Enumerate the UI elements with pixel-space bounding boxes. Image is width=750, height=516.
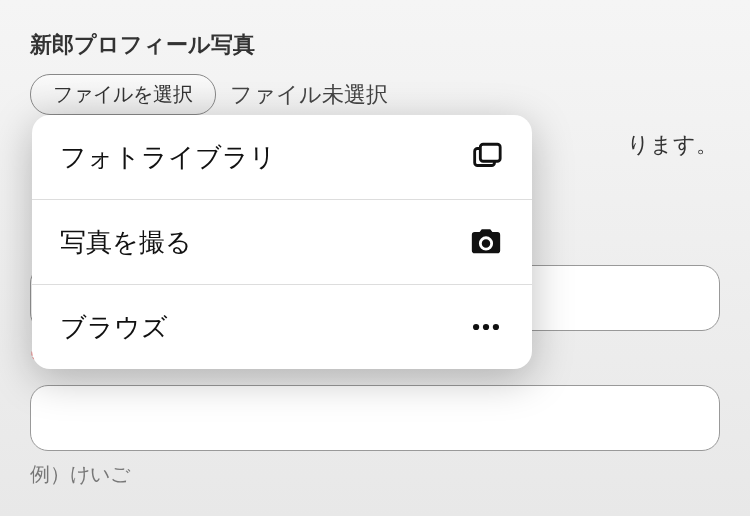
file-input-row: ファイルを選択 ファイル未選択 [30,74,720,115]
popup-item-label: 写真を撮る [60,225,192,260]
photo-field-label: 新郎プロフィール写真 [30,30,720,60]
svg-point-4 [493,324,499,330]
popup-item-label: フォトライブラリ [60,140,276,175]
popup-item-label: ブラウズ [60,310,168,345]
example-hint: 例）けいご [30,461,720,488]
camera-icon [468,224,504,260]
popup-item-photo-library[interactable]: フォトライブラリ [32,115,532,200]
furigana-input[interactable] [30,385,720,451]
svg-point-2 [473,324,479,330]
popup-item-browse[interactable]: ブラウズ [32,285,532,369]
file-source-popup: フォトライブラリ 写真を撮る ブラウズ [32,115,532,369]
furigana-field-group: ※ 例）けいご [30,349,720,488]
more-icon [468,309,504,345]
popup-item-take-photo[interactable]: 写真を撮る [32,200,532,285]
svg-rect-1 [480,144,500,161]
hint-text-fragment: ります。 [627,130,718,160]
svg-point-3 [483,324,489,330]
photo-library-icon [468,139,504,175]
file-select-button[interactable]: ファイルを選択 [30,74,216,115]
file-status-text: ファイル未選択 [230,80,388,110]
